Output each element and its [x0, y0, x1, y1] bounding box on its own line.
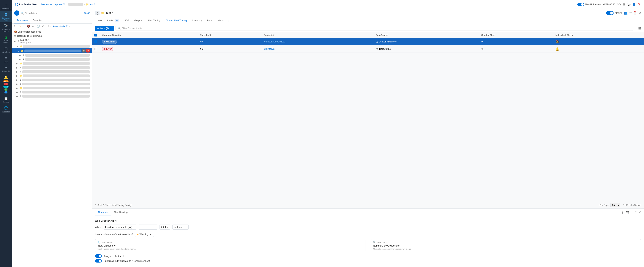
row-checkbox-1[interactable]: ✓ [92, 38, 100, 45]
tab-cluster-alert-tuning[interactable]: Cluster Alert Tuning [163, 17, 189, 24]
tab-more-icon[interactable]: ⋮ [227, 19, 230, 22]
tree-item-blurred-1[interactable]: ▼ 📁 ████████ [12, 44, 92, 48]
sidebar-item-edwin-ai[interactable]: ✦ Edwin AI [0, 64, 12, 74]
eye-icon-1[interactable]: 👁 [481, 40, 484, 43]
tree-item-root[interactable]: ▶ 🖥 qaquat01 develop env [12, 38, 92, 44]
sidebar-item-reports[interactable]: 📋 Reports [0, 95, 12, 105]
table-row[interactable]: ✓ ⚠ Warning <= Numbe [92, 38, 644, 45]
row2-datapoint[interactable]: idleInterval [262, 45, 374, 53]
breadcrumb-resources[interactable]: Resources [40, 3, 52, 6]
sidebar-item-websites[interactable]: 🌐 Websites [0, 105, 12, 114]
new-ui-switch[interactable] [577, 3, 584, 6]
tree-item-b4[interactable]: ▶ 📁 ████████████ [12, 61, 92, 65]
layout-icon[interactable]: ⊞ [638, 26, 641, 30]
add-button[interactable]: + [14, 10, 20, 16]
tree-item-b5[interactable]: ▶ 🖥 ████████ [12, 65, 92, 70]
tree-item-b3[interactable]: ▶ 🖥 ███████████ [12, 57, 92, 61]
tab-graphs[interactable]: Graphs [132, 17, 145, 24]
bell-off-icon-1[interactable]: 🔕 [556, 40, 559, 43]
table-row[interactable]: ⚠ Error > 2 idleInterval [92, 45, 644, 53]
tab-favorites[interactable]: Favorites [30, 17, 44, 23]
sidebar-item-dashboards[interactable]: ⊞ Dashboards [0, 1, 12, 11]
sidebar-item-cost-optimization[interactable]: 💲 CostOptim. [0, 34, 12, 45]
user-icon[interactable]: 👤 [632, 2, 636, 6]
new-ui-toggle[interactable]: New UI Preview [577, 3, 601, 6]
tree-item-b7[interactable]: ▶ 📁 ██████████████ [12, 74, 92, 78]
tree-item-b10[interactable]: ▶ 📁 ██████████ [12, 86, 92, 90]
sidebar-item-services[interactable]: ◫ Services [0, 45, 12, 55]
tree-item-b6[interactable]: ▶ 🖥 ██████████ [12, 70, 92, 74]
sidebar-item-resource-tree[interactable]: 🖥 ResourceTree [0, 11, 12, 22]
tab-maps[interactable]: Maps [215, 17, 226, 24]
tab-info[interactable]: Info [95, 17, 104, 24]
grid-icon[interactable]: ⊞ [623, 2, 625, 6]
eye-icon-2[interactable]: 👁 [481, 47, 484, 50]
mute-icon[interactable]: 🔇 [26, 24, 31, 28]
datapoint-value[interactable]: NumberGen0Collections [373, 244, 638, 247]
delete-detail-icon[interactable]: 🗑 [621, 211, 624, 214]
gear-icon[interactable]: ⚙ [638, 11, 641, 15]
select-all-checkbox[interactable]: − [94, 34, 97, 36]
row-checkbox-2[interactable] [92, 45, 100, 53]
sort-select[interactable]: Alphabetical A-Z [52, 25, 68, 27]
condition-select[interactable]: less than or equal to (<=) ▼ [104, 225, 136, 230]
tree-item-b8[interactable]: ▶ 🖥 █████████ [12, 78, 92, 82]
up-arrow-detail-icon[interactable]: ⌃ [635, 211, 637, 214]
tree-item-b9[interactable]: ▶ 🖥 ██████████████ [12, 82, 92, 86]
sidebar-item-logs[interactable]: ≡ Logs [0, 55, 12, 64]
breadcrumb-qaquat01[interactable]: qaquat01 [55, 3, 65, 6]
close-detail-icon[interactable]: ✕ [638, 211, 641, 214]
refresh-icon[interactable]: ↻ [14, 24, 17, 28]
severity-select[interactable]: Warning ▼ [135, 232, 154, 237]
clock-icon[interactable]: ⏰ [633, 11, 637, 15]
tab-resources[interactable]: Resources [14, 17, 30, 23]
threshold-input[interactable] [139, 225, 157, 230]
tab-inventory[interactable]: Inventory [189, 17, 204, 24]
tree-item-b11[interactable]: ▶ 🖥 ████████████ [12, 90, 92, 94]
down-arrow-detail-icon[interactable]: ⌄ [631, 211, 633, 214]
detail-tab-threshold[interactable]: Threshold [95, 209, 111, 216]
bell-off-red-icon[interactable]: 🔔 [556, 47, 559, 51]
clear-button[interactable]: Clear [84, 12, 90, 14]
datapoint-link-1[interactable]: NumberGen0Collec... [264, 40, 286, 43]
tree-item-active[interactable]: ▶ 📁 ████████ ⚙ ✕ [12, 48, 92, 53]
datapoint-link-2[interactable]: idleInterval [264, 48, 275, 50]
item-settings-btn[interactable]: ⚙ [82, 49, 86, 52]
search-input[interactable] [25, 12, 83, 14]
sdt-icon[interactable]: 🕐 [36, 24, 40, 28]
trigger-toggle[interactable] [95, 254, 102, 258]
share-icon[interactable]: 👥 [624, 11, 628, 15]
add-rule-icon[interactable]: + [635, 26, 637, 30]
edit-icon[interactable]: ✏ [32, 24, 35, 28]
row1-datapoint[interactable]: NumberGen0Collec... [262, 38, 374, 45]
detail-tab-alert-routing[interactable]: Alert Routing [111, 209, 130, 216]
instances-select[interactable]: instances ▼ [172, 225, 188, 230]
per-page-select[interactable]: 25 50 100 [610, 203, 620, 207]
tab-logs[interactable]: Logs [204, 17, 215, 24]
tab-sdt[interactable]: SDT [122, 17, 132, 24]
tree-item-b12[interactable]: ▶ 🖥 ████████████ [12, 94, 92, 98]
tree-item-b2[interactable]: ▶ 🖥 ████████ [12, 53, 92, 57]
total-select[interactable]: total ▼ [160, 225, 170, 230]
heart-icon[interactable]: ♡ [629, 11, 632, 15]
help-icon[interactable]: ❓ [637, 2, 641, 6]
save-detail-icon[interactable]: 💾 [626, 211, 629, 214]
alerting-switch[interactable] [606, 11, 614, 15]
datasource-value[interactable]: .NetCLRMemory [98, 244, 363, 247]
row1-checkbox[interactable]: ✓ [94, 40, 97, 43]
breadcrumb-test2[interactable]: test 2 [90, 3, 96, 6]
filter-box[interactable]: 🔍 Filter Cluster Alerts... [116, 26, 633, 31]
tab-alert-tuning[interactable]: Alert Tuning [145, 17, 163, 24]
item-delete-btn[interactable]: ✕ [86, 49, 90, 52]
settings-icon[interactable]: ⚙ [41, 24, 45, 28]
tree-item-unmonitored[interactable]: 🔕 Unmonitored resources [12, 30, 92, 34]
sidebar-item-resource-explorer[interactable]: 🔭 ResourceExplorer [0, 22, 12, 34]
collapse-button[interactable]: ❮ [95, 11, 100, 15]
tab-alerts[interactable]: Alerts 59 [104, 17, 122, 24]
actions-button[interactable]: Actions (1) ▼ [95, 26, 114, 31]
suppress-toggle[interactable] [95, 259, 102, 263]
chat-icon[interactable]: 💬 [627, 2, 630, 6]
alerting-toggle[interactable]: Alerting [606, 11, 622, 15]
tree-item-deleted[interactable]: 🗑 Recently deleted items (0) [12, 34, 92, 38]
sidebar-item-alerts[interactable]: 🔔 8.1k 453 4.5k 6 9 [0, 74, 12, 95]
